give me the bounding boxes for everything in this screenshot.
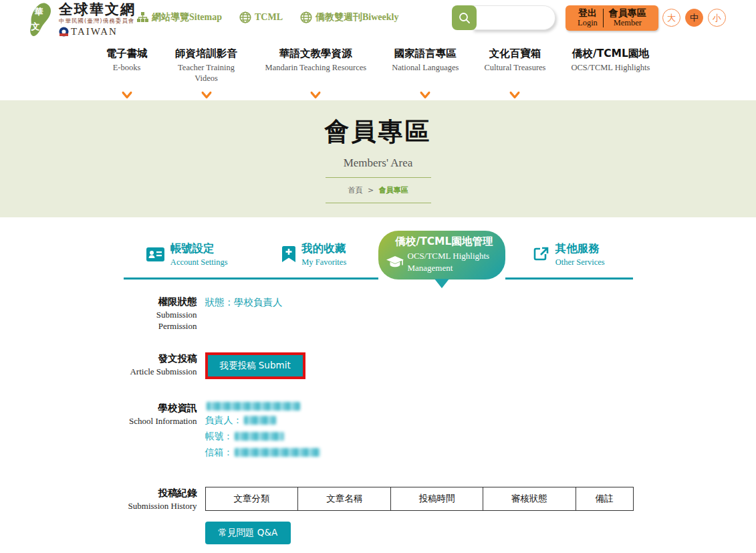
font-size-controls: 大 中 小: [662, 9, 726, 27]
nav-item-national-languages[interactable]: 國家語言專區 National Languages: [392, 47, 459, 100]
submit-article-button[interactable]: 我要投稿 Submit: [208, 355, 303, 376]
member-label-en: Member: [614, 18, 642, 27]
nav-label-en: Mandarin Teaching Resources: [265, 63, 367, 74]
nav-item-cultural-treasures[interactable]: 文化百寶箱 Cultural Treasures: [484, 47, 545, 100]
history-label-zh: 投稿紀錄: [124, 487, 197, 500]
nav-label-zh: 國家語言專區: [392, 47, 459, 61]
bookmark-plus-icon: [282, 246, 295, 262]
font-size-medium-button[interactable]: 中: [685, 9, 703, 27]
tcml-link[interactable]: TCML: [239, 11, 283, 23]
tab-my-favorites[interactable]: 我的收藏 My Favorites: [251, 231, 378, 280]
article-submission-row: 發文投稿 Article Submission 我要投稿 Submit: [124, 352, 633, 379]
chevron-down-icon: [311, 92, 321, 99]
tab-label-en: My Favorites: [301, 257, 346, 267]
permission-row: 權限狀態 Submission Permission 狀態：學校負責人: [124, 296, 633, 332]
submission-label-en: Article Submission: [124, 366, 197, 378]
nav-label-en: Cultural Treasures: [484, 63, 545, 74]
chevron-down-icon: [122, 92, 132, 99]
breadcrumb-home-link[interactable]: 首頁: [348, 186, 362, 195]
nav-item-ebooks[interactable]: 電子書城 E-books: [106, 47, 148, 100]
top-header: 華 文 全球華文網 中華民國(臺灣)僑務委員會 TAIWAN: [0, 0, 756, 39]
nav-label-zh: 文化百寶箱: [484, 47, 545, 61]
globe-icon: [239, 11, 251, 23]
tab-label-en: Other Services: [555, 257, 605, 267]
hero-banner: 會員專區 Members' Area 首頁 > 會員專區: [0, 100, 756, 217]
font-size-large-button[interactable]: 大: [662, 9, 680, 27]
table-header-row: 文章分類 文章名稱 投稿時間 審核狀態 備註: [205, 487, 633, 510]
school-info-row: 學校資訊 School Information 負責人： 帳號： 信箱：: [124, 402, 633, 463]
history-label-en: Submission History: [124, 501, 197, 512]
sitemap-link-label: 網站導覽Sitemap: [152, 11, 222, 23]
nav-item-teacher-training[interactable]: 師資培訓影音 Teacher Training Videos: [173, 47, 240, 100]
sitemap-link[interactable]: 網站導覽Sitemap: [137, 11, 222, 23]
school-email-line: 信箱：: [205, 447, 633, 459]
redacted-contact-name: [244, 416, 276, 425]
redacted-email: [235, 448, 320, 457]
logout-label-en: Login: [578, 18, 598, 27]
breadcrumb-separator: >: [368, 186, 374, 195]
permission-label-en: Submission Permission: [124, 310, 197, 332]
nav-label-en: E-books: [106, 63, 148, 74]
nav-label-zh: 師資培訓影音: [173, 47, 240, 61]
tcml-link-label: TCML: [255, 12, 283, 23]
page: 華 文 全球華文網 中華民國(臺灣)僑務委員會 TAIWAN: [0, 0, 756, 553]
faq-qa-button[interactable]: 常見問題 Q&A: [205, 522, 291, 544]
taiwan-label: TAIWAN: [71, 26, 118, 37]
breadcrumb-current: 會員專區: [379, 186, 408, 195]
redacted-school-name: [207, 402, 300, 411]
nav-label-zh: 電子書城: [106, 47, 148, 61]
col-remarks: 備註: [576, 487, 633, 510]
redacted-account: [235, 432, 284, 441]
biweekly-link[interactable]: 僑教雙週刊Biweekly: [300, 11, 398, 23]
main-navigation: 電子書城 E-books 師資培訓影音 Teacher Training Vid…: [0, 39, 756, 100]
school-account-line: 帳號：: [205, 431, 633, 443]
search-icon: [458, 11, 471, 25]
col-review-status: 審核狀態: [483, 487, 576, 510]
submission-history-table: 文章分類 文章名稱 投稿時間 審核狀態 備註: [205, 487, 634, 511]
nav-label-en: OCS/TCML Highlights: [571, 63, 650, 74]
quick-links: 網站導覽Sitemap TCML: [137, 11, 398, 23]
site-logo[interactable]: 華 文 全球華文網 中華民國(臺灣)僑務委員會 TAIWAN: [25, 2, 136, 37]
school-name-line: [205, 402, 633, 411]
action-highlight-box: 我要投稿 Submit: [205, 352, 305, 379]
page-subtitle: Members' Area: [0, 156, 756, 170]
taiwan-island-logo-icon: 華 文: [25, 3, 55, 37]
members-area-content: 帳號設定 Account Settings 我的收藏 My Favorites: [124, 231, 633, 544]
permission-status-value: 狀態：學校負責人: [205, 296, 633, 309]
tab-other-services[interactable]: 其他服務 Other Services: [505, 231, 633, 280]
font-size-small-button[interactable]: 小: [708, 9, 726, 27]
nav-item-mandarin-resources[interactable]: 華語文教學資源 Mandarin Teaching Resources: [265, 47, 367, 100]
site-subtitle: 中華民國(臺灣)僑務委員會: [59, 17, 136, 25]
col-submit-time: 投稿時間: [391, 487, 483, 510]
school-info-label-en: School Information: [124, 416, 197, 427]
chevron-down-icon: [420, 92, 430, 99]
nav-label-zh: 華語文教學資源: [265, 47, 367, 61]
col-article-title: 文章名稱: [298, 487, 391, 510]
tab-ocs-tcml-management[interactable]: 僑校/TCML園地管理 OCS/TCML Highlights Manageme…: [378, 231, 506, 280]
tab-account-settings[interactable]: 帳號設定 Account Settings: [124, 231, 251, 280]
svg-text:文: 文: [31, 21, 40, 31]
taiwan-emblem-icon: [59, 27, 69, 37]
member-area-button[interactable]: 登出 Login 會員專區 Member: [565, 5, 658, 31]
id-card-icon: [146, 247, 164, 261]
logo-text: 全球華文網 中華民國(臺灣)僑務委員會 TAIWAN: [59, 2, 136, 37]
member-label-zh: 會員專區: [609, 7, 646, 18]
globe-icon: [300, 11, 312, 23]
search-button[interactable]: [452, 5, 477, 30]
logout-label-zh: 登出: [578, 7, 597, 18]
tab-label-en: OCS/TCML Highlights Management: [408, 250, 495, 273]
breadcrumb: 首頁 > 會員專區: [326, 177, 431, 203]
tab-label-zh: 帳號設定: [170, 241, 228, 256]
school-info-label-zh: 學校資訊: [124, 402, 197, 415]
chevron-down-icon: [201, 92, 211, 99]
search-input[interactable]: [473, 5, 555, 30]
nav-label-en: National Languages: [392, 63, 459, 74]
col-article-category: 文章分類: [205, 487, 298, 510]
chevron-down-icon: [510, 92, 520, 99]
submission-label-zh: 發文投稿: [124, 352, 197, 365]
nav-label-en: Teacher Training Videos: [173, 63, 240, 84]
sitemap-icon: [137, 12, 148, 23]
tab-label-zh: 其他服務: [555, 241, 605, 256]
svg-text:華: 華: [35, 7, 43, 17]
nav-item-ocs-tcml[interactable]: 僑校/TCML園地 OCS/TCML Highlights: [571, 47, 650, 100]
